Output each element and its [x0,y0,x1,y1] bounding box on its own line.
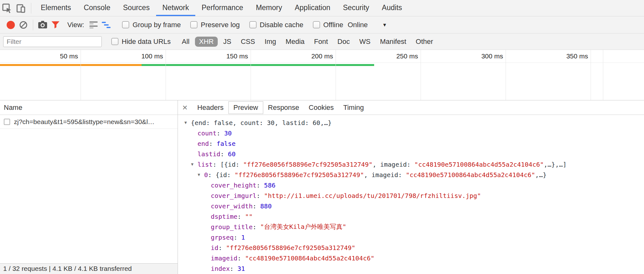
timeline-tick-label: 250 ms [351,52,418,60]
string-value: "cc48190e57100864abc4d55a2c4104c6" [406,171,535,179]
punctuation: : [209,140,216,147]
hide-data-urls-toggle[interactable]: Hide data URLs [111,38,171,46]
preserve-log-toggle[interactable]: Preserve log [190,21,240,29]
requests-list: zj?ch=beauty&t1=595&listtype=new&sn=30&l… [0,115,178,263]
filter-type-js[interactable]: JS [219,37,235,47]
group-by-frame-checkbox[interactable] [122,21,129,28]
property-name: 0 [204,171,208,179]
string-value: "cc48190e57100864abc4d55a2c4104c6" [414,161,544,168]
preserve-log-label: Preserve log [201,21,240,29]
property-name: cover_imgurl [211,192,257,200]
record-icon [7,21,15,29]
timeline-tick-label: 200 ms [266,52,333,60]
property-name: lastid [197,150,220,158]
tree-line: ▼0: {id: "ff276e8056f58896e7cf92505a3127… [178,170,644,180]
punctuation: : [220,150,228,158]
number-value: 880 [260,202,272,210]
filter-type-all[interactable]: All [178,37,193,47]
number-value: 586 [264,182,276,189]
group-by-frame-toggle[interactable]: Group by frame [122,21,181,29]
punctuation: : [252,223,260,231]
tab-performance[interactable]: Performance [195,0,250,16]
punctuation: : {id: [208,171,234,179]
throttling-select[interactable]: Online ▼ [348,21,387,29]
offline-checkbox[interactable] [313,21,320,28]
filter-type-ws[interactable]: WS [355,37,374,47]
punctuation: : [230,265,237,272]
string-value: "ff276e8056f58896e7cf92505a312749" [234,171,364,179]
view-label: View: [67,21,84,29]
punctuation: : [{id: [213,161,243,168]
dropdown-arrow-icon: ▼ [382,22,387,27]
tree-line: count: 30 [178,128,644,138]
throttling-value: Online [348,21,368,29]
string-value: "http://i1.umei.cc/uploads/tu/201701/798… [264,192,481,200]
resource-type-filters: AllXHRJSCSSImgMediaFontDocWSManifestOthe… [178,37,438,47]
detail-tab-timing[interactable]: Timing [338,102,368,114]
disable-cache-checkbox[interactable] [249,21,257,28]
punctuation: : [237,254,245,262]
filter-input[interactable] [3,36,102,47]
filter-type-other[interactable]: Other [412,37,437,47]
tab-memory[interactable]: Memory [250,0,289,16]
filter-type-img[interactable]: Img [260,37,280,47]
detail-tab-response[interactable]: Response [263,102,304,114]
offline-toggle[interactable]: Offline [313,21,343,29]
tree-line: ▼{end: false, count: 30, lastid: 60,…} [178,117,644,128]
disable-cache-toggle[interactable]: Disable cache [249,21,303,29]
tab-security[interactable]: Security [337,0,375,16]
tab-elements[interactable]: Elements [34,0,77,16]
tab-application[interactable]: Application [289,0,337,16]
network-overview[interactable]: 50 ms100 ms150 ms200 ms250 ms300 ms350 m… [0,50,644,100]
property-name: dsptime [211,213,237,220]
tree-line: dsptime: "" [178,211,644,222]
disclosure-triangle-icon[interactable]: ▼ [184,120,191,125]
detail-tab-preview[interactable]: Preview [228,101,263,114]
number-value: 1 [241,234,245,241]
inspect-element-button[interactable] [0,1,14,15]
detail-tab-cookies[interactable]: Cookies [304,102,338,114]
detail-tab-headers[interactable]: Headers [192,102,228,114]
table-row[interactable]: zj?ch=beauty&t1=595&listtype=new&sn=30&l… [0,115,178,129]
punctuation: : [216,129,224,137]
punctuation: {end: false, count: 30, lastid: 60,…} [191,119,332,127]
disclosure-triangle-icon[interactable]: ▼ [197,172,204,177]
gridline [421,50,421,100]
requests-summary-bar: 1 / 32 requests | 4.1 KB / 4.1 KB transf… [0,263,178,274]
capture-screenshots-button[interactable] [36,19,49,31]
filter-type-manifest[interactable]: Manifest [376,37,410,47]
clear-button[interactable] [17,19,30,31]
show-overview-button[interactable] [100,19,112,31]
preserve-log-checkbox[interactable] [190,21,197,28]
string-value: "" [245,213,252,220]
filter-type-xhr[interactable]: XHR [195,37,218,47]
large-request-rows-button[interactable] [87,19,100,31]
list-rows-icon [89,21,98,29]
overview-hairline [0,63,644,63]
toolbar-divider [33,20,33,30]
tree-line: lastid: 60 [178,149,644,159]
disclosure-triangle-icon[interactable]: ▼ [190,162,197,167]
tab-network[interactable]: Network [156,0,195,16]
close-icon[interactable]: × [182,103,187,112]
record-button[interactable] [4,19,17,31]
detail-tabbar: × HeadersPreviewResponseCookiesTiming [178,100,644,115]
tree-line: id: "ff276e8056f58896e7cf92505a312749" [178,242,644,253]
filter-type-css[interactable]: CSS [237,37,259,47]
tab-audits[interactable]: Audits [375,0,408,16]
devtools-tabbar: ElementsConsoleSourcesNetworkPerformance… [0,0,644,16]
filter-type-doc[interactable]: Doc [333,37,354,47]
property-name: group_title [211,223,252,231]
filter-toggle-button[interactable] [49,19,62,31]
inspect-cursor-icon [2,3,12,13]
filter-type-font[interactable]: Font [310,37,332,47]
device-toolbar-button[interactable] [14,1,28,15]
tab-console[interactable]: Console [77,0,117,16]
hide-data-urls-checkbox[interactable] [111,38,118,45]
tab-sources[interactable]: Sources [117,0,156,16]
name-column-header[interactable]: Name [0,100,178,115]
timeline-tick-label: 350 ms [521,52,588,60]
offline-label: Offline [323,21,343,29]
property-name: cover_width [211,202,252,210]
filter-type-media[interactable]: Media [282,37,309,47]
